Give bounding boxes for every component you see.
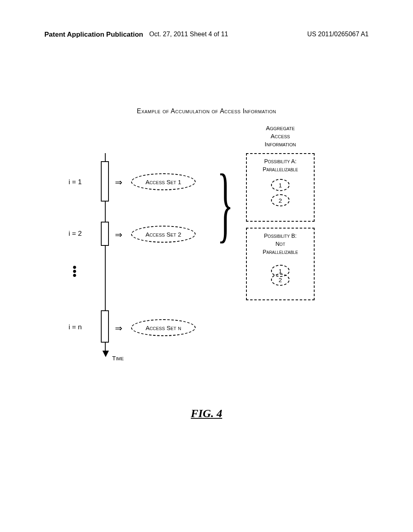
set-1-ellipse: 1 xyxy=(271,179,290,191)
possibility-b-title: Possibility B: Not Parallelizable xyxy=(249,232,311,256)
time-arrow-icon xyxy=(102,351,109,357)
figure-label: FIG. 4 xyxy=(0,407,413,420)
grouping-brace-icon: } xyxy=(217,167,233,240)
implies-arrow-icon: ⇒ xyxy=(115,323,122,334)
overlapping-sets: 1 2 xyxy=(268,262,292,286)
access-set-2: Access Set 2 xyxy=(131,226,196,243)
iteration-1-label: i = 1 xyxy=(69,178,82,186)
access-set-n: Access Set n xyxy=(131,319,196,336)
iteration-n-label: i = n xyxy=(69,323,82,331)
possibility-a-box: Possibility A: Parallelizable 1 2 xyxy=(246,153,315,222)
header-date-sheet: Oct. 27, 2011 Sheet 4 of 11 xyxy=(149,31,228,38)
aggregate-header: Aggregate Access Information xyxy=(246,124,315,148)
set-2-ellipse-overlap: 2 xyxy=(271,274,290,286)
time-axis-label: Time xyxy=(112,355,124,362)
set-2-ellipse: 2 xyxy=(271,194,290,206)
diagram-title: Example of Accumulation of Access Inform… xyxy=(0,108,413,115)
header-pub-number: US 2011/0265067 A1 xyxy=(307,31,369,38)
iteration-n-box xyxy=(101,310,109,343)
iteration-2-label: i = 2 xyxy=(69,230,82,238)
iteration-1-box xyxy=(101,161,109,202)
page-header: Patent Application Publication Oct. 27, … xyxy=(0,31,413,39)
iteration-ellipsis: • • • xyxy=(73,265,77,277)
possibility-b-box: Possibility B: Not Parallelizable 1 2 xyxy=(246,228,315,300)
access-set-1: Access Set 1 xyxy=(131,173,196,190)
diagram-area: Time i = 1 i = 2 i = n • • • ⇒ ⇒ ⇒ Acces… xyxy=(60,149,363,391)
iteration-2-box xyxy=(101,222,109,246)
implies-arrow-icon: ⇒ xyxy=(115,177,122,188)
header-publication: Patent Application Publication xyxy=(44,31,143,39)
possibility-a-title: Possibility A: Parallelizable xyxy=(249,157,311,173)
implies-arrow-icon: ⇒ xyxy=(115,230,122,240)
